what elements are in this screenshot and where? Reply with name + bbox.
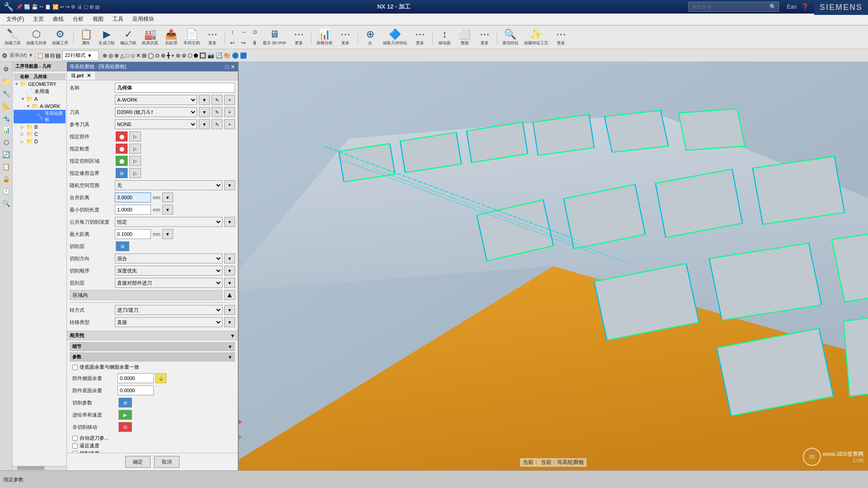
extract-geom-btn[interactable]: 🔷 抽取几何特征 <box>380 27 410 48</box>
max-dist-arrow[interactable]: ▼ <box>162 229 173 239</box>
snap-icon10[interactable]: ⊙ <box>155 52 160 59</box>
snap-icon4[interactable]: △ <box>120 52 124 59</box>
workshop-doc-btn[interactable]: 📄 车间文档 <box>181 27 203 48</box>
cut-dir-arrow[interactable]: ▼ <box>224 253 235 263</box>
display-sub-btn2[interactable]: ↔ <box>238 27 249 37</box>
geometry-btn2[interactable]: ✎ <box>212 95 222 105</box>
sidebar-icon-7[interactable]: ⬡ <box>1 137 12 148</box>
ref-tool-btn3[interactable]: + <box>224 119 235 129</box>
geometry-btn1[interactable]: ▼ <box>199 95 210 105</box>
specify-cut-btn2[interactable]: ▷ <box>129 156 141 166</box>
related-expand[interactable]: ▼ <box>230 333 235 338</box>
nav-b-row[interactable]: ▷ 📁 B <box>14 123 66 131</box>
sidebar-icon-8[interactable]: 🔄 <box>1 149 12 160</box>
random-space-select[interactable]: 无 <box>115 180 222 190</box>
geometry-select[interactable]: A-WORK <box>115 95 197 105</box>
gen-toolpath-btn[interactable]: ▶ 生成刀轨 <box>96 27 118 48</box>
specify-check-btn1[interactable]: ⬤ <box>116 144 127 154</box>
nav-c-row[interactable]: ▷ 📁 C <box>14 131 66 138</box>
common-depth-select[interactable]: 恒定 <box>115 217 222 227</box>
non-cut-btn[interactable]: ⊟ <box>118 422 132 432</box>
create-geom-btn[interactable]: ⬡ 创建几何体 <box>24 27 49 48</box>
sidebar-icon-1[interactable]: ⚙ <box>1 64 12 75</box>
sidebar-icon-5[interactable]: 🔩 <box>1 113 12 123</box>
machine-more-btn[interactable]: ⋯ 更多 <box>335 27 355 48</box>
file-tab-close[interactable]: ✕ <box>87 73 91 78</box>
layer-to-layer-arrow[interactable]: ▼ <box>224 278 235 288</box>
specify-cut-btn1[interactable]: ⬤ <box>116 156 127 166</box>
part-bottom-input[interactable] <box>118 385 154 395</box>
view-icon5[interactable]: 🔵 <box>232 52 239 59</box>
sidebar-icon-4[interactable]: 📐 <box>1 100 12 111</box>
menu-tools[interactable]: 工具 <box>108 14 128 24</box>
part-side-input[interactable] <box>118 373 154 383</box>
tool-select[interactable]: D20R0 (铣刀-5 f <box>115 107 197 117</box>
auto-feedrate-cb[interactable] <box>72 436 78 441</box>
params-section-header[interactable]: 参数 ▼ <box>70 352 235 361</box>
cut-params-btn[interactable]: ⊞ <box>118 398 132 408</box>
cancel-button[interactable]: 取消 <box>154 456 179 468</box>
nav-d-row[interactable]: ▷ 📁 D <box>14 138 66 145</box>
snap-icon15[interactable]: ⊜ <box>182 52 186 59</box>
transfer-method-arrow[interactable]: ▼ <box>224 305 235 315</box>
mold-analysis-btn[interactable]: 📊 按模分析 <box>314 27 335 48</box>
view-icon4[interactable]: 🎨 <box>224 52 231 59</box>
view-icon2[interactable]: 📷 <box>208 52 214 59</box>
snap-icon2[interactable]: ◎ <box>108 52 113 59</box>
menu-home[interactable]: 主页 <box>28 14 48 24</box>
snap-icon1[interactable]: ⊕ <box>103 52 107 59</box>
params-expand[interactable]: ▼ <box>228 355 232 360</box>
nav-unused-row[interactable]: 📄 未用项 <box>14 88 66 95</box>
settings-icon[interactable]: ⚙ <box>2 52 8 59</box>
find-feature-btn[interactable]: 🔍 查找特征 <box>500 27 521 48</box>
snap-icon9[interactable]: ◯ <box>148 52 154 59</box>
view-icon1[interactable]: 🔲 <box>199 52 206 59</box>
cut-order-select[interactable]: 深度优先 <box>115 266 222 276</box>
tool-btn2[interactable]: ✎ <box>212 107 222 117</box>
display-3dipw-btn[interactable]: 🖥 显示 3D IPW <box>260 27 289 48</box>
geom-more-btn[interactable]: ⋯ 更多 <box>410 27 430 48</box>
tool-btn3[interactable]: + <box>224 107 235 117</box>
snap-icon11[interactable]: ⊛ <box>161 52 165 59</box>
approach-speed-cb[interactable] <box>72 443 78 449</box>
verify-toolpath-btn[interactable]: ✓ 确认刀轨 <box>118 27 139 48</box>
file-tab[interactable]: l1.prt ✕ <box>67 71 96 80</box>
related-section-header[interactable]: 相关性 ▼ <box>67 331 238 340</box>
specify-part-btn1[interactable]: ⬤ <box>116 131 127 141</box>
dialog-close-btn[interactable]: ✕ <box>231 64 235 70</box>
more-op-btn[interactable]: ⋯ 更多 <box>203 27 222 48</box>
ref-tool-select[interactable]: NONE <box>115 119 197 129</box>
feed-speed-btn[interactable]: ▶ <box>118 410 132 420</box>
merge-dist-input[interactable] <box>115 192 151 202</box>
menu-view[interactable]: 视图 <box>88 14 108 24</box>
display-sub-btn4[interactable]: ↩ <box>227 38 237 48</box>
create-tool-btn[interactable]: 🔪 创建刀具 <box>2 27 24 48</box>
properties-btn[interactable]: 📋 属性 <box>76 27 96 48</box>
merge-dist-arrow[interactable]: ▼ <box>162 192 173 202</box>
display-sub-btn5[interactable]: ↪ <box>238 38 248 48</box>
cut-dir-select[interactable]: 混合 <box>115 253 222 263</box>
snap-icon16[interactable]: ⬡ <box>188 52 192 59</box>
viewport[interactable]: 当前： 当前：等高轮廓铣 3D www.3DS世界网 .COM <box>239 62 868 470</box>
detail-section-header[interactable]: 细节 ▼ <box>70 342 235 351</box>
cut-layer-btn[interactable]: ⊞ <box>116 241 129 251</box>
menu-apps[interactable]: 应用模块 <box>128 14 159 24</box>
sidebar-icon-2[interactable]: 📁 <box>1 76 12 87</box>
machine-sim-btn[interactable]: 🏭 机床仿真 <box>139 27 161 48</box>
sidebar-icon-11[interactable]: 🕐 <box>1 186 12 197</box>
snap-icon5[interactable]: □ <box>126 52 129 59</box>
nav-a-row[interactable]: ▼ 📁 A <box>14 95 66 103</box>
snap-icon7[interactable]: ✕ <box>136 52 141 59</box>
display-sub-btn3[interactable]: ⊙ <box>250 27 260 37</box>
snap-icon12[interactable]: ╋ <box>167 52 170 59</box>
sidebar-icon-10[interactable]: 🔒 <box>1 174 12 184</box>
sidebar-icon-3[interactable]: 🔧 <box>1 88 12 99</box>
display-sub-btn6[interactable]: ⏸ <box>249 38 260 48</box>
nav-geometry-row[interactable]: ▼ 📁 GEOMETRY <box>14 80 66 88</box>
specify-trim-btn1[interactable]: ⊞ <box>116 168 127 178</box>
snap-icon13[interactable]: ⌖ <box>171 52 175 59</box>
row-mode-dropdown[interactable]: 22行模式 ▼ <box>62 51 99 61</box>
view-icon6[interactable]: 🟦 <box>240 52 247 59</box>
dialog-expand-icon[interactable]: ▢ <box>225 64 229 69</box>
detail-expand[interactable]: ▼ <box>228 344 232 349</box>
